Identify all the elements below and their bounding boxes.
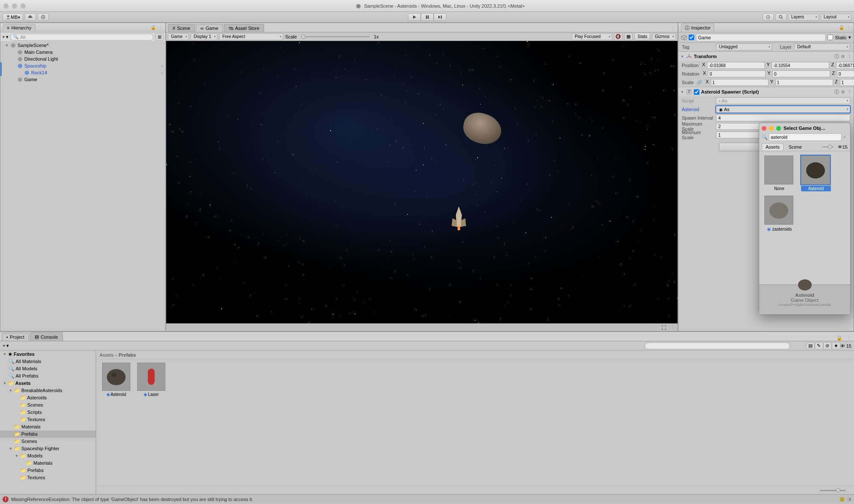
project-tree-item[interactable]: 📁 Materials xyxy=(0,460,96,467)
scale-y-input[interactable] xyxy=(775,79,833,86)
popup-tab-assets[interactable]: Assets xyxy=(762,143,784,150)
popup-tab-scene[interactable]: Scene xyxy=(785,144,805,150)
filter-icon[interactable]: ▤ xyxy=(806,342,815,349)
hierarchy-search[interactable]: 🔍 All xyxy=(10,34,153,41)
aspect-dropdown[interactable]: Free Aspect xyxy=(219,33,283,40)
popup-close[interactable] xyxy=(762,126,766,131)
rot-y-input[interactable] xyxy=(772,70,830,77)
project-tab[interactable]: ▪ Project xyxy=(2,333,29,341)
favorite-icon[interactable]: ★ xyxy=(832,342,840,349)
scale-slider[interactable] xyxy=(301,36,370,37)
spawner-header[interactable]: ▼ # Asteroid Spawner (Script) ⓘ⛭⋮ xyxy=(678,87,854,97)
global-search-button[interactable] xyxy=(775,13,787,21)
project-tree-item[interactable]: ▼📁 Models xyxy=(0,452,96,460)
scale-z-input[interactable] xyxy=(840,79,854,86)
project-tree-item[interactable]: 📁 Scenes xyxy=(0,401,96,409)
project-tree-item[interactable]: 📁 Textures xyxy=(0,474,96,481)
project-tree-item[interactable]: ▼📁 BreakableAsteroids xyxy=(0,387,96,394)
hierarchy-item[interactable]: Game xyxy=(0,76,165,83)
account-button[interactable]: MB ▾ xyxy=(3,13,23,21)
min-dot[interactable] xyxy=(12,3,17,9)
spawn-input[interactable] xyxy=(716,114,850,121)
asset-grid[interactable]: ◆Asteroid◆Laser xyxy=(96,359,854,486)
project-tree-item[interactable]: 📁 Prefabs xyxy=(0,431,96,438)
layers-dropdown[interactable]: Layers xyxy=(788,14,819,21)
tag-dropdown[interactable]: Untagged xyxy=(716,44,772,50)
project-tree[interactable]: ▼★ Favorites🔍 All Materials🔍 All Models🔍… xyxy=(0,351,96,494)
popup-thumb-slider[interactable] xyxy=(822,147,833,147)
popup-search-input[interactable] xyxy=(769,133,842,141)
project-tree-item[interactable]: 🔍 All Models xyxy=(0,365,96,372)
gizmos-dropdown[interactable]: Gizmos xyxy=(652,33,676,40)
hierarchy-item[interactable]: ▼SampleScene* xyxy=(0,42,165,49)
project-tree-item[interactable]: 📁 Scripts xyxy=(0,409,96,416)
menu-icon[interactable]: ⋮ xyxy=(668,26,678,32)
play-focused-dropdown[interactable]: Play Focused xyxy=(572,33,612,40)
scene-picker-icon[interactable]: ⊞ xyxy=(155,33,164,41)
lock-icon[interactable]: 🔒 xyxy=(835,335,844,341)
clear-search-icon[interactable]: × xyxy=(842,135,848,140)
project-tree-item[interactable]: 📁 Scenes xyxy=(0,438,96,445)
status-bar[interactable]: ! MissingReferenceException: The object … xyxy=(0,494,854,504)
project-tree-item[interactable]: 📁 Asteroids xyxy=(0,394,96,401)
project-tree-item[interactable]: ▼📁 Spaceship Fighter xyxy=(0,445,96,452)
thumb-size-slider[interactable] xyxy=(96,486,854,494)
menu-icon[interactable]: ⋮ xyxy=(670,325,675,330)
picker-item[interactable]: ◉ zasteroids xyxy=(764,196,794,232)
undo-history-button[interactable] xyxy=(763,13,774,21)
object-name-input[interactable] xyxy=(696,34,826,41)
project-tree-item[interactable]: 📁 Textures xyxy=(0,416,96,423)
maximize-icon[interactable]: ⛶ xyxy=(659,324,668,331)
save-icon[interactable]: ✎ xyxy=(815,342,823,349)
scale-x-input[interactable] xyxy=(711,79,769,86)
layout-dropdown[interactable]: Layout xyxy=(821,14,851,21)
project-search[interactable] xyxy=(645,343,790,349)
play-button[interactable] xyxy=(408,13,421,21)
project-tree-item[interactable]: 🔍 All Prefabs xyxy=(0,372,96,380)
breadcrumb[interactable]: Assets › Prefabs xyxy=(96,351,854,359)
pause-button[interactable] xyxy=(421,13,434,21)
step-button[interactable] xyxy=(434,13,446,21)
menu-icon[interactable]: ⋮ xyxy=(846,25,851,30)
transform-header[interactable]: ▼ Transform ⓘ⛭⋮ xyxy=(678,52,854,61)
create-button[interactable]: + ▾ xyxy=(2,34,9,40)
lock-icon[interactable]: 🔒 xyxy=(150,25,156,30)
popup-min[interactable] xyxy=(769,126,774,131)
menu-icon[interactable]: ⋮ xyxy=(158,25,163,30)
max-dot[interactable] xyxy=(21,3,26,9)
create-button[interactable]: + ▾ xyxy=(3,343,9,349)
project-tree-item[interactable]: 📁 Prefabs xyxy=(0,467,96,474)
pos-x-input[interactable] xyxy=(707,62,765,69)
project-tree-item[interactable]: ▼📁 Assets xyxy=(0,380,96,387)
settings-button[interactable] xyxy=(38,13,49,21)
game-dropdown[interactable]: Game xyxy=(168,33,189,40)
hierarchy-item[interactable]: Main Camera xyxy=(0,49,165,56)
active-checkbox[interactable] xyxy=(689,35,694,40)
hierarchy-tree[interactable]: ▼SampleScene*Main CameraDirectional Ligh… xyxy=(0,42,165,331)
cloud-button[interactable] xyxy=(25,13,36,21)
vsync-button[interactable]: ▦ xyxy=(624,33,633,40)
hierarchy-item[interactable]: Spaceship› xyxy=(0,62,165,69)
hierarchy-item[interactable]: Directional Light xyxy=(0,56,165,62)
project-tree-item[interactable]: 📁 Materials xyxy=(0,423,96,431)
display-dropdown[interactable]: Display 1 xyxy=(191,33,217,40)
picker-item[interactable]: None xyxy=(764,155,794,191)
inspector-tab[interactable]: ⓘ Inspector xyxy=(681,23,714,32)
asteroid-field[interactable]: ◉ As xyxy=(716,106,850,113)
project-tree-item[interactable]: 🔍 All Materials xyxy=(0,358,96,365)
picker-item[interactable]: Asteroid xyxy=(801,155,831,191)
asset-item[interactable]: ◆Asteroid xyxy=(101,363,131,482)
game-viewport[interactable] xyxy=(166,41,678,323)
rot-x-input[interactable] xyxy=(708,70,766,77)
pos-y-input[interactable] xyxy=(772,62,829,69)
menu-icon[interactable]: ⋮ xyxy=(844,335,854,341)
lock-icon[interactable]: 🔒 xyxy=(839,25,845,30)
rot-z-input[interactable] xyxy=(837,70,854,77)
layer-dropdown[interactable]: Default xyxy=(794,44,850,50)
spawner-enabled-checkbox[interactable] xyxy=(694,89,699,95)
link-icon[interactable]: 🔗 xyxy=(696,80,702,85)
view-tab-game[interactable]: ∞Game xyxy=(196,24,223,32)
hierarchy-tab[interactable]: ≡Hierarchy xyxy=(3,24,35,31)
hidden-icon[interactable]: ⊘ xyxy=(823,342,832,349)
project-tree-item[interactable]: ▼★ Favorites xyxy=(0,351,96,358)
